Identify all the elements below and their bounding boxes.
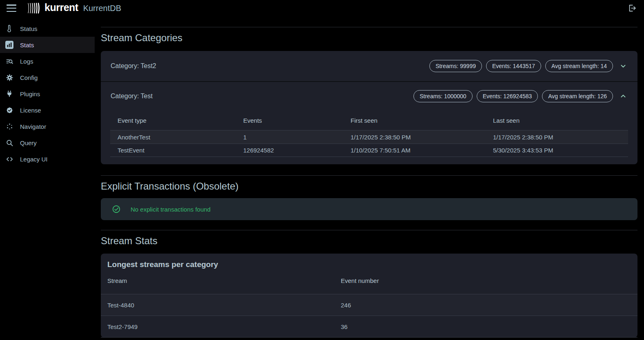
event-type-cell: TestEvent [110, 147, 236, 154]
event-type-table: Event type Events First seen Last seen A… [110, 110, 628, 164]
log-search-icon [5, 57, 13, 65]
sidebar-item-label: Stats [20, 42, 34, 49]
first-seen-cell: 1/17/2025 2:38:50 PM [343, 134, 486, 141]
sidebar-item-query[interactable]: Query [0, 135, 95, 151]
stream-cell: Test-4840 [101, 302, 334, 309]
sidebar-item-legacy-ui[interactable]: Legacy UI [0, 151, 95, 167]
thermometer-icon [5, 24, 13, 33]
category-name: Category: Test2 [111, 62, 156, 70]
col-header-last-seen: Last seen [486, 117, 628, 124]
section-divider [101, 230, 637, 230]
sidebar-item-label: Legacy UI [20, 156, 48, 163]
sidebar-item-label: Status [20, 25, 38, 32]
code-brackets-icon [5, 155, 13, 163]
logout-button[interactable] [628, 4, 637, 13]
plug-icon [5, 90, 13, 98]
col-header-events: Events [236, 117, 343, 124]
sidebar-item-label: Query [20, 139, 37, 146]
app-title: KurrentDB [83, 4, 121, 13]
logout-icon [628, 4, 637, 13]
license-badge-icon [5, 106, 13, 114]
sidebar-item-stats[interactable]: Stats [0, 37, 95, 53]
event-number-cell: 246 [334, 302, 637, 309]
sidebar-item-config[interactable]: Config [0, 69, 95, 86]
logo-waves-icon [27, 2, 42, 14]
chevron-down-icon[interactable] [620, 62, 628, 70]
longest-streams-table-header: Stream Event number [101, 277, 637, 294]
last-seen-cell: 1/17/2025 2:38:50 PM [486, 134, 628, 141]
table-row: Test2-7949 36 [101, 316, 637, 338]
chevron-up-icon[interactable] [620, 92, 628, 100]
kurrent-logo[interactable]: kurrent [27, 2, 78, 14]
stream-cell: Test2-7949 [101, 323, 334, 330]
events-badge: Events: 1443517 [486, 60, 541, 72]
col-header-stream: Stream [101, 277, 334, 284]
streams-badge: Streams: 99999 [429, 60, 482, 72]
no-transactions-notice: No explicit transactions found [101, 198, 637, 220]
category-row-test2[interactable]: Category: Test2 Streams: 99999 Events: 1… [101, 51, 637, 81]
stream-categories-card: Category: Test2 Streams: 99999 Events: 1… [101, 51, 637, 164]
sidebar-item-label: Logs [20, 58, 33, 65]
event-type-cell: AnotherTest [110, 134, 236, 141]
main-content: Stream Categories Category: Test2 Stream… [101, 27, 637, 338]
navigator-dots-icon [5, 122, 13, 130]
table-row: Test-4840 246 [101, 294, 637, 316]
col-header-event-type: Event type [110, 117, 236, 124]
streams-badge: Streams: 1000000 [413, 90, 472, 102]
sidebar-item-status[interactable]: Status [0, 20, 95, 37]
explicit-transactions-title: Explicit Transactions (Obsolete) [101, 180, 637, 192]
col-header-event-number: Event number [334, 277, 637, 284]
events-badge: Events: 126924583 [477, 90, 538, 102]
category-name: Category: Test [111, 93, 153, 100]
notice-message: No explicit transactions found [131, 206, 211, 213]
col-header-first-seen: First seen [343, 117, 486, 124]
sidebar: Status Stats Logs [0, 20, 95, 167]
last-seen-cell: 5/30/2025 3:43:53 PM [486, 147, 628, 154]
stream-stats-title: Stream Stats [101, 235, 637, 247]
longest-streams-card: Longest streams per category Stream Even… [101, 254, 637, 338]
check-circle-icon [112, 205, 121, 214]
table-row: AnotherTest 1 1/17/2025 2:38:50 PM 1/17/… [110, 130, 628, 144]
hamburger-menu-icon[interactable] [7, 4, 16, 12]
gear-icon [5, 73, 13, 82]
event-type-table-header: Event type Events First seen Last seen [110, 110, 628, 130]
bar-chart-icon [5, 41, 13, 49]
sidebar-item-license[interactable]: License [0, 102, 95, 118]
first-seen-cell: 1/10/2025 7:50:51 AM [343, 147, 486, 154]
events-cell: 126924582 [236, 147, 343, 154]
search-icon [5, 139, 13, 147]
section-divider [101, 27, 637, 27]
sidebar-item-label: Config [20, 74, 38, 81]
avg-stream-length-badge: Avg stream length: 14 [545, 60, 613, 72]
sidebar-item-label: License [20, 107, 41, 114]
top-bar: kurrent KurrentDB [0, 0, 644, 16]
stream-categories-title: Stream Categories [101, 32, 637, 44]
table-row: TestEvent 126924582 1/10/2025 7:50:51 AM… [110, 144, 628, 157]
section-divider [101, 175, 637, 176]
longest-streams-table: Stream Event number Test-4840 246 Test2-… [101, 277, 637, 338]
category-row-test[interactable]: Category: Test Streams: 1000000 Events: … [101, 82, 637, 110]
sidebar-item-logs[interactable]: Logs [0, 53, 95, 69]
sidebar-item-plugins[interactable]: Plugins [0, 86, 95, 102]
event-number-cell: 36 [334, 323, 637, 330]
sidebar-item-navigator[interactable]: Navigator [0, 118, 95, 135]
longest-streams-card-title: Longest streams per category [101, 260, 637, 269]
sidebar-item-label: Navigator [20, 123, 46, 130]
avg-stream-length-badge: Avg stream length: 126 [542, 90, 613, 102]
sidebar-item-label: Plugins [20, 91, 40, 97]
events-cell: 1 [236, 134, 343, 141]
logo-wordmark: kurrent [44, 2, 78, 14]
